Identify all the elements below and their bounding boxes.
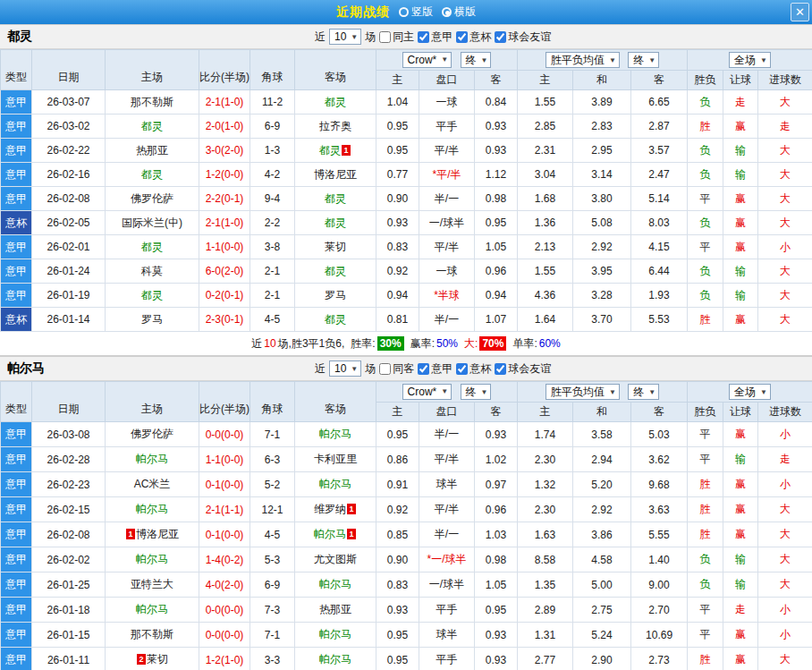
away-odds-cell: 0.94 (475, 284, 518, 308)
handicap-cell: 平/半 (419, 139, 475, 163)
handicap-cell: 平/半 (419, 497, 475, 522)
corners-cell: 4-5 (250, 522, 295, 547)
handicap-cell: 平/半 (419, 447, 475, 472)
over-rate-label: 大: (464, 336, 478, 352)
goals-result-cell: 大 (758, 648, 812, 670)
avg-draw-cell: 3.89 (573, 90, 631, 114)
corners-cell: 6-3 (250, 447, 295, 472)
col-header-result: 胜负 (688, 71, 723, 90)
scope-dropdown[interactable]: 全场▼ (729, 384, 771, 400)
date-cell: 26-02-08 (32, 187, 106, 211)
avg-odds-dropdown[interactable]: 胜平负均值▼ (546, 384, 620, 400)
avg-draw-cell: 3.95 (573, 259, 631, 284)
avg-draw-cell: 2.95 (573, 139, 631, 163)
away-team-cell: 卡利亚里 (295, 447, 376, 472)
friendly-checkbox-input[interactable] (495, 363, 506, 375)
col-header-avg-draw: 和 (573, 71, 631, 90)
match-row: 意甲26-01-15那不勒斯0-0(0-0)7-1帕尔马0.95球半0.931.… (1, 623, 812, 648)
col-header-home: 主场 (106, 50, 199, 90)
coppa-checkbox-input[interactable] (456, 31, 468, 43)
bookmaker-dropdown[interactable]: Crow*▼ (402, 52, 453, 68)
away-odds-cell: 0.93 (475, 139, 518, 163)
home-odds-cell: 0.94 (376, 284, 419, 308)
home-team-cell: 罗马 (106, 308, 199, 332)
checkbox-friendly[interactable]: 球会友谊 (495, 30, 551, 45)
goals-result-cell: 大 (758, 308, 812, 332)
avg-draw-cell: 2.92 (573, 497, 631, 522)
close-icon[interactable]: ✕ (791, 3, 809, 21)
checkbox-coppa[interactable]: 意杯 (456, 361, 491, 377)
scope-dropdown[interactable]: 全场▼ (729, 52, 771, 68)
home-team-cell: 科莫 (106, 259, 199, 284)
home-odds-cell: 0.86 (376, 447, 419, 472)
home-team-cell: 都灵 (106, 163, 199, 187)
bookmaker-dropdown[interactable]: Crow*▼ (402, 384, 453, 400)
layout-radio-horizontal[interactable]: 横版 (442, 4, 476, 20)
home-odds-cell: 0.90 (376, 187, 419, 211)
col-header-date: 日期 (32, 382, 106, 422)
checkbox-serie-a[interactable]: 意甲 (418, 30, 453, 45)
match-count-dropdown[interactable]: 10▼ (329, 29, 361, 45)
home-odds-cell: 0.90 (376, 547, 419, 572)
same-away-checkbox-input[interactable] (379, 363, 391, 375)
away-team-cell: 都灵 (295, 211, 376, 235)
results-table-torino: 类型 日期 主场 比分(半场) 角球 客场 Crow*▼ 终▼ 胜平负均值▼ 终… (0, 49, 812, 332)
layout-radio-vertical[interactable]: 竖版 (399, 4, 433, 20)
handicap-cell: 半/一 (419, 187, 475, 211)
friendly-checkbox-input[interactable] (495, 31, 506, 43)
avg-away-cell: 6.44 (631, 259, 688, 284)
corners-cell: 3-8 (250, 235, 295, 259)
goals-result-cell: 大 (758, 139, 812, 163)
goals-result-cell: 小 (758, 598, 812, 623)
chevron-down-icon: ▼ (760, 388, 767, 396)
checkbox-serie-a[interactable]: 意甲 (418, 361, 453, 377)
checkbox-coppa[interactable]: 意杯 (456, 30, 491, 45)
checkbox-same-home[interactable]: 同主 (379, 30, 414, 45)
avg-away-cell: 9.00 (631, 572, 688, 598)
coppa-checkbox-input[interactable] (456, 363, 468, 375)
away-team-cell: 都灵 (295, 308, 376, 332)
home-team-cell: 2莱切 (106, 648, 199, 670)
vertical-label: 竖版 (411, 4, 433, 20)
handicap-cell: 一球 (419, 90, 475, 114)
final-odds-dropdown[interactable]: 终▼ (461, 384, 492, 400)
serie-a-checkbox-input[interactable] (418, 363, 429, 375)
handicap-cell: 球半 (419, 472, 475, 497)
league-type-cell: 意甲 (1, 284, 32, 308)
serie-a-checkbox-input[interactable] (418, 31, 429, 43)
match-row: 意甲26-01-25亚特兰大4-0(2-0)6-9帕尔马0.83一/球半1.05… (1, 572, 812, 598)
col-header-odds-home: 主 (376, 71, 419, 90)
home-team-cell: 国际米兰(中) (106, 211, 199, 235)
final-avg-dropdown[interactable]: 终▼ (628, 384, 659, 400)
date-cell: 26-01-15 (32, 623, 106, 648)
red-card-badge: 1 (126, 529, 135, 539)
goals-result-cell: 大 (758, 163, 812, 187)
col-header-odds-home: 主 (376, 403, 419, 422)
league-type-cell: 意甲 (1, 259, 32, 284)
section-torino: 都灵 近 10▼ 场 同主 意甲 意杯 (0, 24, 812, 356)
away-odds-cell: 0.95 (475, 211, 518, 235)
score-cell: 1-4(0-2) (199, 547, 250, 572)
date-cell: 26-03-08 (32, 422, 106, 447)
checkbox-friendly[interactable]: 球会友谊 (495, 361, 551, 377)
corners-cell: 5-3 (250, 547, 295, 572)
handicap-result-cell: 赢 (723, 308, 758, 332)
avg-odds-dropdown[interactable]: 胜平负均值▼ (546, 52, 620, 68)
match-row: 意杯26-02-05国际米兰(中)2-1(1-0)2-2都灵0.93一/球半0.… (1, 211, 812, 235)
away-odds-cell: 0.93 (475, 114, 518, 139)
odds-dropdown-group: Crow*▼ 终▼ (376, 50, 518, 71)
handicap-result-cell: 赢 (723, 623, 758, 648)
score-cell: 2-1(1-0) (199, 211, 250, 235)
score-cell: 0-0(0-0) (199, 598, 250, 623)
final-odds-dropdown[interactable]: 终▼ (461, 52, 492, 68)
league-type-cell: 意杯 (1, 308, 32, 332)
final-avg-dropdown[interactable]: 终▼ (628, 52, 659, 68)
score-cell: 0-2(0-1) (199, 284, 250, 308)
same-home-checkbox-input[interactable] (379, 31, 391, 43)
checkbox-same-away[interactable]: 同客 (379, 361, 414, 377)
goals-result-cell: 小 (758, 472, 812, 497)
games-label: 场 (365, 30, 376, 45)
match-count-dropdown[interactable]: 10▼ (329, 360, 361, 377)
result-cell: 胜 (688, 648, 723, 670)
avg-draw-cell: 2.90 (573, 648, 631, 670)
